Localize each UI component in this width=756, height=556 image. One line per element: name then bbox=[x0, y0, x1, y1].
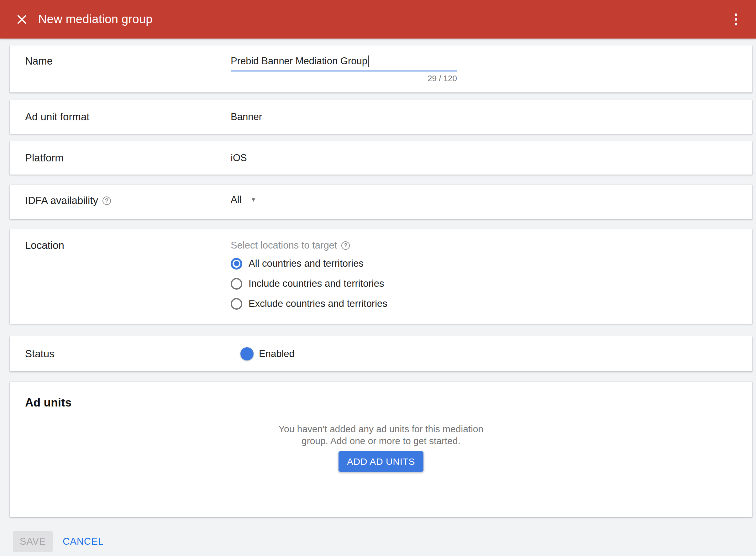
app-bar: New mediation group bbox=[0, 0, 756, 39]
name-input-value: Prebid Banner Mediation Group bbox=[231, 54, 367, 68]
save-button[interactable]: SAVE bbox=[13, 531, 53, 552]
ad-units-empty-text-line2: group. Add one or more to get started. bbox=[25, 435, 737, 447]
name-card: Name Prebid Banner Mediation Group 29 / … bbox=[10, 45, 752, 93]
close-icon[interactable] bbox=[16, 13, 28, 26]
help-icon[interactable]: ? bbox=[102, 197, 111, 205]
ad-units-empty-text-line1: You haven't added any ad units for this … bbox=[25, 423, 737, 435]
radio-include-countries[interactable]: Include countries and territories bbox=[231, 274, 752, 294]
cancel-button[interactable]: CANCEL bbox=[63, 536, 104, 547]
idfa-label: IDFA availability bbox=[25, 195, 98, 207]
ad-units-heading: Ad units bbox=[25, 395, 737, 410]
chevron-down-icon: ▾ bbox=[252, 196, 255, 204]
text-cursor bbox=[368, 56, 369, 67]
ad-unit-format-value: Banner bbox=[231, 111, 752, 123]
overflow-menu-icon[interactable] bbox=[730, 11, 742, 28]
toggle-knob bbox=[240, 347, 253, 360]
status-label: Status bbox=[25, 348, 231, 360]
form-area: Name Prebid Banner Mediation Group 29 / … bbox=[0, 45, 756, 553]
location-radio-group: All countries and territories Include co… bbox=[231, 253, 752, 314]
char-counter: 29 / 120 bbox=[231, 74, 457, 83]
radio-button-icon bbox=[231, 278, 242, 289]
ad-units-card: Ad units You haven't added any ad units … bbox=[10, 382, 752, 517]
help-icon[interactable]: ? bbox=[341, 241, 350, 250]
name-input[interactable]: Prebid Banner Mediation Group 29 / 120 bbox=[231, 54, 457, 83]
location-label: Location bbox=[25, 239, 231, 252]
radio-exclude-countries[interactable]: Exclude countries and territories bbox=[231, 294, 752, 314]
location-card: Location Select locations to target ? Al… bbox=[10, 229, 752, 324]
platform-value: iOS bbox=[231, 152, 752, 164]
add-ad-units-button[interactable]: ADD AD UNITS bbox=[339, 451, 423, 472]
ad-unit-format-label: Ad unit format bbox=[25, 111, 231, 123]
input-underline bbox=[231, 71, 457, 71]
status-value: Enabled bbox=[259, 348, 295, 359]
page-title: New mediation group bbox=[38, 12, 730, 26]
platform-label: Platform bbox=[25, 152, 231, 164]
status-card: Status Enabled bbox=[10, 336, 752, 372]
platform-card: Platform iOS bbox=[10, 141, 752, 175]
location-helper-text: Select locations to target bbox=[231, 240, 337, 251]
idfa-card: IDFA availability ? All ▾ bbox=[10, 184, 752, 219]
radio-button-icon bbox=[231, 258, 242, 270]
name-label: Name bbox=[25, 54, 231, 68]
radio-button-icon bbox=[231, 298, 242, 310]
status-toggle[interactable] bbox=[231, 349, 253, 358]
idfa-dropdown[interactable]: All ▾ bbox=[231, 194, 255, 210]
ad-unit-format-card: Ad unit format Banner bbox=[10, 100, 752, 134]
idfa-dropdown-value: All bbox=[231, 194, 241, 206]
footer-actions: SAVE CANCEL bbox=[13, 532, 756, 553]
radio-all-countries[interactable]: All countries and territories bbox=[231, 253, 752, 274]
